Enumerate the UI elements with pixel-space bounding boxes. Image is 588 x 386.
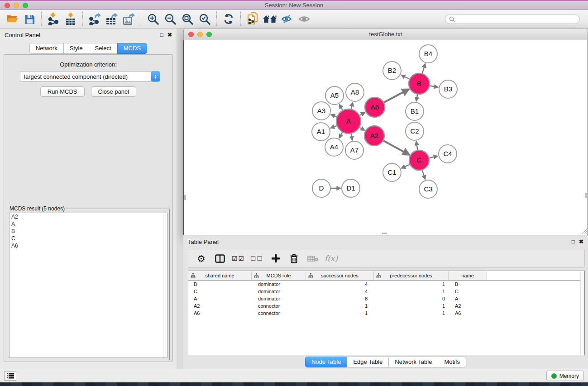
mcds-result-item[interactable]: A6 xyxy=(10,242,167,249)
network-window-titlebar[interactable]: testGlobe.txt xyxy=(183,28,588,40)
close-window-button[interactable] xyxy=(5,3,10,8)
mcds-result-item[interactable]: C xyxy=(10,235,167,242)
table-row[interactable]: A6connector11A6 xyxy=(188,310,584,317)
search-field[interactable] xyxy=(445,14,580,24)
zoom-fit-button[interactable] xyxy=(179,11,196,27)
right-scroll-indicator[interactable] xyxy=(585,193,587,198)
show-columns-button[interactable] xyxy=(211,251,228,266)
criterion-selected-value: largest connected component (directed) xyxy=(20,73,151,80)
float-panel-icon[interactable]: □ xyxy=(160,32,163,38)
new-network-from-selection-button[interactable] xyxy=(244,11,261,27)
network-node-D[interactable]: D xyxy=(312,179,330,197)
table-row[interactable]: Adominator80A xyxy=(188,295,584,302)
run-mcds-button[interactable]: Run MCDS xyxy=(40,86,85,97)
network-node-A5[interactable]: A5 xyxy=(325,86,344,105)
network-node-C1[interactable]: C1 xyxy=(383,163,401,181)
import-network-button[interactable] xyxy=(45,11,62,27)
left-scroll-indicator[interactable] xyxy=(184,195,186,200)
tab-motifs[interactable]: Motifs xyxy=(438,357,466,367)
mcds-result-list[interactable]: A2ABCA6 xyxy=(9,213,167,358)
tab-edge-table[interactable]: Edge Table xyxy=(347,357,389,367)
minimize-window-button[interactable] xyxy=(14,3,19,8)
tab-network-table[interactable]: Network Table xyxy=(388,357,438,367)
network-node-A2[interactable]: A2 xyxy=(364,126,384,146)
deselect-all-button[interactable]: ☐☐ xyxy=(249,251,265,266)
open-file-button[interactable] xyxy=(4,11,21,27)
float-table-panel-icon[interactable]: □ xyxy=(572,239,575,244)
add-column-button[interactable] xyxy=(267,251,284,266)
export-network-button[interactable] xyxy=(86,11,103,27)
show-all-button[interactable] xyxy=(296,11,313,27)
zoom-selected-button[interactable] xyxy=(196,11,213,27)
table-row[interactable]: A2connector11A2 xyxy=(188,302,584,310)
mcds-result-item[interactable]: B xyxy=(10,228,167,235)
close-panel-icon[interactable]: ✖ xyxy=(167,32,172,38)
table-scrollbar[interactable] xyxy=(580,271,584,355)
minimize-network-window-button[interactable] xyxy=(197,32,203,37)
save-floppy-icon xyxy=(24,14,35,24)
column-header-MCDS-role[interactable]: MCDS role xyxy=(252,271,306,280)
close-table-panel-icon[interactable]: ✖ xyxy=(579,239,583,244)
column-header-shared-name[interactable]: shared name xyxy=(188,271,252,280)
network-graph[interactable]: B4B2BB3A8A5A6A3B1AA1C2A2A4A7C4CC1C3DD1 xyxy=(184,40,588,235)
network-node-B3[interactable]: B3 xyxy=(439,80,457,98)
column-header-name[interactable]: name xyxy=(449,271,487,280)
table-row[interactable]: Cdominator41C xyxy=(188,288,584,295)
network-node-A1[interactable]: A1 xyxy=(312,123,330,141)
close-panel-button[interactable]: Close panel xyxy=(91,86,137,97)
network-node-C3[interactable]: C3 xyxy=(419,180,437,198)
tab-mcds[interactable]: MCDS xyxy=(117,43,147,54)
node-label: B3 xyxy=(444,85,452,93)
column-header-successor-nodes[interactable]: successor nodes xyxy=(306,271,374,280)
zoom-out-button[interactable] xyxy=(162,11,179,27)
zoom-in-button[interactable] xyxy=(144,11,162,27)
list-icon xyxy=(7,373,14,379)
tab-network[interactable]: Network xyxy=(29,43,64,54)
tab-node-table[interactable]: Node Table xyxy=(305,357,348,367)
network-canvas[interactable]: B4B2BB3A8A5A6A3B1AA1C2A2A4A7C4CC1C3DD1 xyxy=(183,40,588,235)
function-builder-button[interactable]: f(x) xyxy=(323,251,339,266)
export-table-button[interactable] xyxy=(103,11,120,27)
network-node-B4[interactable]: B4 xyxy=(419,45,437,63)
list-scrollbar[interactable] xyxy=(163,213,167,357)
network-node-C4[interactable]: C4 xyxy=(439,145,457,163)
zoom-window-button[interactable] xyxy=(23,3,28,8)
network-node-A4[interactable]: A4 xyxy=(325,138,343,156)
network-node-A7[interactable]: A7 xyxy=(345,141,363,159)
close-network-window-button[interactable] xyxy=(188,32,194,37)
resize-grip[interactable] xyxy=(581,228,587,234)
network-node-C2[interactable]: C2 xyxy=(406,122,424,140)
delete-table-button[interactable] xyxy=(304,251,321,266)
delete-column-button[interactable] xyxy=(286,251,302,266)
zoom-network-window-button[interactable] xyxy=(206,32,212,37)
tab-style[interactable]: Style xyxy=(63,43,89,54)
task-history-button[interactable] xyxy=(4,371,16,381)
mcds-result-item[interactable]: A2 xyxy=(10,213,167,220)
hide-selected-button[interactable] xyxy=(278,11,296,27)
toolbar-separator xyxy=(216,12,217,26)
first-neighbors-button[interactable] xyxy=(261,11,278,27)
network-node-A3[interactable]: A3 xyxy=(312,102,330,120)
network-node-A6[interactable]: A6 xyxy=(365,97,385,117)
network-node-D1[interactable]: D1 xyxy=(342,179,360,197)
import-table-button[interactable] xyxy=(62,11,79,27)
apply-layout-button[interactable] xyxy=(220,11,237,27)
network-node-A[interactable]: A xyxy=(336,109,361,133)
table-row[interactable]: Bdominator41B xyxy=(188,281,584,288)
network-node-B2[interactable]: B2 xyxy=(383,62,401,80)
network-node-A8[interactable]: A8 xyxy=(346,83,364,101)
bottom-scroll-indicator[interactable] xyxy=(382,233,387,234)
export-image-button[interactable] xyxy=(120,11,138,27)
select-all-button[interactable]: ☑☑ xyxy=(230,251,247,266)
tab-select[interactable]: Select xyxy=(89,43,118,54)
column-header-predecessor-nodes[interactable]: predecessor nodes xyxy=(374,271,449,280)
network-node-B[interactable]: B xyxy=(409,73,430,94)
save-session-button[interactable] xyxy=(21,11,38,27)
criterion-dropdown[interactable]: largest connected component (directed) ▲… xyxy=(20,71,160,82)
network-node-B1[interactable]: B1 xyxy=(406,102,424,120)
mcds-result-item[interactable]: A xyxy=(10,220,167,228)
table-settings-button[interactable]: ⚙ xyxy=(193,251,210,266)
network-node-C[interactable]: C xyxy=(409,150,429,170)
search-input[interactable] xyxy=(457,16,576,22)
memory-button[interactable]: Memory xyxy=(546,371,584,381)
